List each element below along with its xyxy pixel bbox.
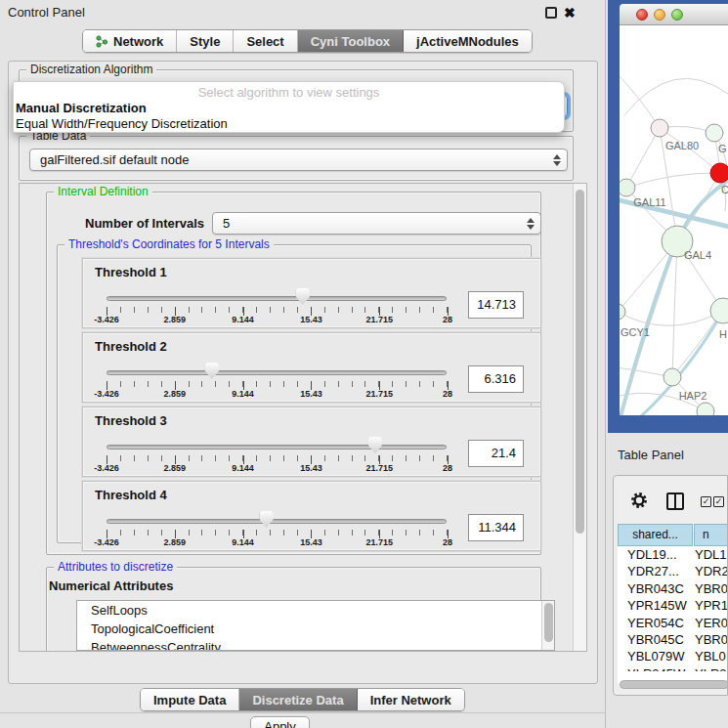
cyni-toolbox-pane: Discretization Algorithm Select algorith… <box>8 61 598 684</box>
node-selected[interactable] <box>710 163 728 183</box>
checkbox-icon[interactable]: ✓ <box>701 496 711 507</box>
number-of-intervals-combo[interactable]: 5 <box>212 212 541 235</box>
threshold-4-slider-thumb[interactable] <box>260 511 274 528</box>
threshold-2-value-field[interactable]: 6.316 <box>468 365 524 393</box>
apply-button[interactable]: Apply <box>250 716 310 728</box>
split-view-icon[interactable] <box>666 492 684 510</box>
node-label-partial: C <box>721 184 728 195</box>
threshold-1-panel: Threshold 1 -3.426 2.859 9.144 15.43 21.… <box>82 258 541 328</box>
tab-impute-data[interactable]: Impute Data <box>141 689 239 710</box>
table-row[interactable]: YBL079WYBL0 <box>618 648 728 664</box>
numerical-attributes-label: Numerical Attributes <box>49 578 173 593</box>
threshold-1-slider-track[interactable] <box>107 296 447 301</box>
tick-labels: -3.426 2.859 9.144 15.43 21.715 28 <box>107 389 448 400</box>
node-label-partial: H <box>719 328 727 340</box>
node[interactable] <box>651 119 668 137</box>
close-traffic-light[interactable] <box>636 9 648 21</box>
list-item[interactable]: TopologicalCoefficient <box>77 620 554 638</box>
panel-titlebar: Control Panel ✖ <box>0 0 606 25</box>
table-row[interactable]: YLR345WYLR3 <box>618 665 728 671</box>
node-label: GAL11 <box>633 196 665 208</box>
threshold-3-slider-thumb[interactable] <box>368 437 382 453</box>
table-panel-window: ✓ ✓ shared... n YDL19...YDL1 YDR27...YDR… <box>613 475 728 696</box>
threshold-3-label: Threshold 3 <box>95 413 167 428</box>
table-row[interactable]: YBR043CYBR0 <box>618 580 728 597</box>
close-icon[interactable]: ✖ <box>564 7 576 19</box>
tab-jactivemnodules[interactable]: jActiveMNodules <box>404 30 532 52</box>
network-window-titlebar[interactable] <box>620 4 728 25</box>
node[interactable] <box>620 304 625 320</box>
column-header-shared-name[interactable]: shared... <box>618 524 693 546</box>
tab-infer-network[interactable]: Infer Network <box>358 689 464 710</box>
table-row[interactable]: YBR045CYBR0 <box>618 631 728 648</box>
list-item[interactable]: BetweennessCentrality <box>77 638 554 651</box>
threshold-4-slider-track[interactable] <box>107 519 447 524</box>
node[interactable] <box>710 298 728 323</box>
column-header-name[interactable]: n <box>694 524 728 546</box>
table-panel-titlebar: Table Panel <box>608 442 728 469</box>
node-label: HAP2 <box>679 390 707 402</box>
tick-labels: -3.426 2.859 9.144 15.43 21.715 28 <box>107 463 448 474</box>
table-row[interactable]: YDL19...YDL1 <box>618 546 728 563</box>
list-item[interactable]: SelfLoops <box>77 601 554 620</box>
table-row[interactable]: YDR27...YDR2 <box>618 563 728 579</box>
list-scrollbar[interactable] <box>541 601 554 651</box>
threshold-3-value-field[interactable]: 21.4 <box>468 440 524 467</box>
network-view-window: GAL80 G C GAL11 GAL4 GCY1 H HAP2 <box>608 0 728 433</box>
tab-select[interactable]: Select <box>234 30 297 52</box>
threshold-2-slider-thumb[interactable] <box>205 363 219 379</box>
settings-scrollbar[interactable] <box>573 184 586 651</box>
threshold-3-panel: Threshold 3 -3.426 2.859 9.144 15.43 21.… <box>82 407 541 477</box>
attributes-legend: Attributes to discretize <box>54 560 177 574</box>
table-panel-title: Table Panel <box>618 448 684 462</box>
node-label: GAL80 <box>665 140 699 151</box>
threshold-1-value-field[interactable]: 14.713 <box>468 291 524 319</box>
checkbox-icon[interactable]: ✓ <box>713 496 724 507</box>
node[interactable] <box>697 403 714 415</box>
option-manual-discretization[interactable]: Manual Discretization <box>16 101 147 115</box>
tab-style[interactable]: Style <box>177 30 234 52</box>
node[interactable] <box>706 124 723 142</box>
table-data-group: Table Data galFiltered.sif default node <box>19 136 574 181</box>
tab-network[interactable]: Network <box>83 30 177 52</box>
tick-marks <box>107 530 448 535</box>
node[interactable] <box>620 179 635 196</box>
tick-marks <box>107 307 448 313</box>
threshold-4-label: Threshold 4 <box>95 488 167 502</box>
table-row[interactable]: YER054CYER0 <box>618 615 728 631</box>
node[interactable] <box>664 368 681 386</box>
interval-definition-legend: Interval Definition <box>54 185 152 198</box>
tick-marks <box>107 455 448 461</box>
threshold-2-label: Threshold 2 <box>95 339 167 354</box>
tab-cyni-toolbox[interactable]: Cyni Toolbox <box>298 30 404 52</box>
network-canvas[interactable]: GAL80 G C GAL11 GAL4 GCY1 H HAP2 <box>620 25 728 415</box>
top-tab-bar: Network Style Select Cyni Toolbox jActiv… <box>82 29 533 53</box>
table-row[interactable]: YPR145WYPR1 <box>618 597 728 614</box>
tab-discretize-data[interactable]: Discretize Data <box>239 689 357 710</box>
number-of-intervals-label: Number of Intervals <box>85 216 204 231</box>
tick-marks <box>107 381 448 387</box>
panel-title: Control Panel <box>8 5 85 20</box>
threshold-3-slider-track[interactable] <box>107 445 447 450</box>
tick-labels: -3.426 2.859 9.144 15.43 21.715 28 <box>107 315 448 325</box>
minimize-traffic-light[interactable] <box>654 9 665 21</box>
gear-icon[interactable] <box>630 492 648 509</box>
threshold-1-slider-thumb[interactable] <box>296 288 310 305</box>
threshold-2-panel: Threshold 2 -3.426 2.859 9.144 15.43 21.… <box>82 332 541 403</box>
node-label: GAL4 <box>684 249 711 261</box>
threshold-1-label: Threshold 1 <box>95 265 167 279</box>
table-data-combo[interactable]: galFiltered.sif default node <box>29 149 568 171</box>
horizontal-scrollbar[interactable] <box>617 680 728 690</box>
float-window-icon[interactable] <box>545 7 557 19</box>
table-toolbar: ✓ ✓ <box>614 476 728 523</box>
node-label: GCY1 <box>621 326 650 338</box>
combo-stepper-icon <box>525 215 535 233</box>
zoom-traffic-light[interactable] <box>671 9 683 21</box>
threshold-2-slider-track[interactable] <box>107 370 447 375</box>
algorithm-dropdown-popup: Select algorithm to view settings Manual… <box>13 81 565 133</box>
table-data-value: galFiltered.sif default node <box>40 152 189 167</box>
thresholds-legend: Threshold's Coordinates for 5 Intervals <box>64 237 274 251</box>
threshold-4-value-field[interactable]: 11.344 <box>468 514 524 541</box>
option-equal-width-frequency[interactable]: Equal Width/Frequency Discretization <box>16 116 228 131</box>
combo-stepper-icon <box>551 151 562 169</box>
